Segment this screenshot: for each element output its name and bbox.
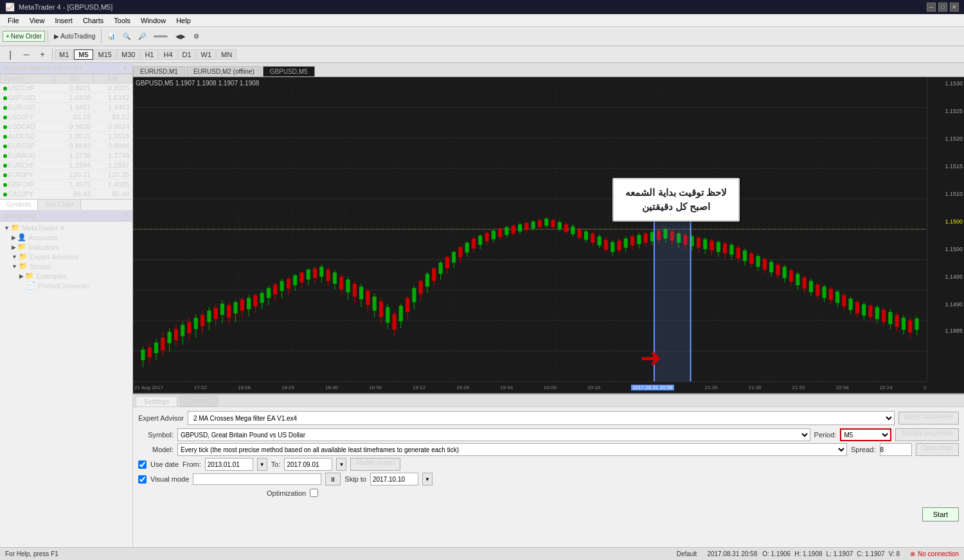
chart-toolbar-btn3[interactable]: 🔎 [135, 31, 149, 42]
visual-mode-checkbox[interactable] [138, 475, 147, 484]
price-dot [3, 173, 7, 177]
market-watch-row[interactable]: CADJPY 86.43 86.49 [1, 189, 132, 199]
model-select[interactable]: Every tick (the most precise method base… [177, 443, 847, 456]
tab-settings[interactable]: Settings [136, 396, 177, 407]
svg-rect-93 [366, 291, 370, 305]
period-mn[interactable]: MN [217, 49, 237, 60]
market-watch-row[interactable]: USDCAD 0.9620 0.9624 [1, 122, 132, 132]
hline-tool[interactable]: ─ [19, 49, 34, 60]
svg-rect-53 [233, 302, 237, 314]
chart-canvas[interactable]: GBPUSD,M5 1.1907 1.1908 1.1907 1.1908 [133, 77, 964, 393]
nav-item-expert-advisors[interactable]: ▼ 📁 Expert Advisors [9, 252, 131, 261]
optimization-checkbox[interactable] [310, 489, 318, 497]
symbol-select[interactable]: GBPUSD, Great Britain Pound vs US Dollar [177, 428, 810, 441]
minimize-button[interactable]: ─ [927, 3, 936, 12]
market-watch-row[interactable]: EURAUD 1.3736 1.3748 [1, 151, 132, 161]
menu-help[interactable]: Help [171, 16, 196, 25]
symbol-properties-button[interactable]: Symbol properties [895, 428, 959, 441]
period-w1[interactable]: W1 [197, 49, 217, 60]
market-watch-row[interactable]: EURGBP 0.8843 0.8846 [1, 141, 132, 151]
svg-rect-237 [842, 295, 846, 307]
period-m15[interactable]: M15 [94, 49, 116, 60]
to-label: To: [271, 460, 281, 468]
chart-toolbar-btn5[interactable]: ◀▶ [172, 31, 189, 42]
svg-rect-91 [359, 286, 363, 299]
menu-view[interactable]: View [24, 16, 50, 25]
menu-charts[interactable]: Charts [78, 16, 109, 25]
market-watch-row[interactable]: EURUSD 1.4451 1.4453 [1, 103, 132, 112]
to-date-picker[interactable]: ▼ [336, 458, 346, 471]
ea-dropdown[interactable]: 2 MA Crosses Mega filter EA V1.ex4 [188, 411, 895, 425]
chart-tab-gbpusdm5[interactable]: GBPUSD,M5 [263, 66, 315, 76]
use-date-checkbox[interactable] [138, 460, 147, 469]
period-select[interactable]: M5 [840, 428, 891, 441]
svg-rect-41 [194, 318, 198, 329]
chart-toolbar-btn4[interactable]: ═══ [150, 31, 170, 42]
market-watch-menu-icon[interactable]: ▼ [121, 64, 129, 72]
skip-to-picker[interactable]: ▼ [422, 473, 433, 486]
tab-tick-chart[interactable]: Tick Chart [38, 200, 80, 210]
date-row: Use date From: ▼ To: ▼ Modify expert [138, 458, 959, 471]
from-date-input[interactable] [205, 458, 253, 471]
callout-line1: لاحظ توقيت بداية الشمعه [625, 187, 727, 198]
tab-journal[interactable]: Journal [180, 396, 218, 407]
svg-rect-217 [776, 265, 780, 276]
market-watch-row[interactable]: EURJPY 120.21 120.25 [1, 170, 132, 180]
nav-item-metatrader4[interactable]: ▼ 📁 MetaTrader 4 [1, 223, 131, 232]
nav-item-scripts[interactable]: ▼ 📁 Scripts [9, 261, 131, 271]
auto-trading-button[interactable]: ▶ AutoTrading [51, 31, 98, 42]
chart-toolbar-btn2[interactable]: 🔍 [120, 31, 134, 42]
period-m5[interactable]: M5 [74, 49, 93, 60]
close-button[interactable]: ✕ [950, 3, 959, 12]
market-watch-row[interactable]: USDJPY 83.19 83.22 [1, 112, 132, 122]
red-arrow-icon: ➜ [640, 343, 662, 372]
menu-tools[interactable]: Tools [109, 16, 136, 25]
chart-tab-eurusdm1[interactable]: EURUSD,M1 [133, 66, 185, 76]
navigator-close-icon[interactable]: ✕ [123, 211, 129, 220]
nav-item-indicators[interactable]: ▶ 📁 Indicators [9, 242, 131, 252]
to-date-input[interactable] [284, 458, 332, 471]
svg-rect-87 [346, 279, 350, 292]
period-m1[interactable]: M1 [55, 49, 73, 60]
market-watch-row[interactable]: USDCHF 0.8921 0.8925 [1, 83, 132, 93]
chart-toolbar-btn1[interactable]: 📊 [104, 31, 118, 42]
crosshair-tool[interactable]: + [35, 49, 50, 60]
period-h4[interactable]: H4 [159, 49, 177, 60]
line-tool[interactable]: | [3, 49, 18, 60]
market-watch-row[interactable]: GBPCHF 1.4575 1.4585 [1, 180, 132, 189]
menu-file[interactable]: File [3, 16, 24, 25]
svg-rect-245 [868, 306, 872, 317]
period-m30[interactable]: M30 [117, 49, 139, 60]
svg-rect-43 [201, 315, 204, 326]
svg-rect-161 [591, 234, 594, 243]
market-watch-row[interactable]: EURCHF 1.2894 1.2897 [1, 161, 132, 170]
svg-rect-249 [882, 310, 886, 322]
restore-button[interactable]: □ [938, 3, 947, 12]
chart-toolbar-btn6[interactable]: ⚙ [190, 31, 202, 42]
market-watch-row[interactable]: AUDUSD 1.0515 1.0518 [1, 132, 132, 141]
menu-window[interactable]: Window [136, 16, 171, 25]
nav-item-accounts[interactable]: ▶ 👤 Accounts [9, 232, 131, 242]
tab-symbols[interactable]: Symbols [0, 200, 38, 211]
skip-to-input[interactable] [370, 473, 418, 486]
expert-properties-button[interactable]: Expert properties [898, 412, 959, 424]
svg-rect-141 [524, 223, 528, 230]
nav-item-period-converter[interactable]: 📄 PeriodConverter [17, 281, 131, 290]
price-dot [3, 106, 7, 110]
period-h1[interactable]: H1 [140, 49, 158, 60]
nav-item-examples[interactable]: ▶ 📁 Examples [17, 271, 131, 281]
chart-tab-eurusdm2[interactable]: EURUSD,M2 (offline) [186, 66, 262, 76]
modify-expert-button[interactable]: Modify expert [350, 458, 400, 471]
pause-button[interactable]: ⏸ [325, 473, 341, 486]
svg-rect-105 [406, 298, 409, 312]
market-watch-row[interactable]: GBPUSD 1.6339 1.6342 [1, 93, 132, 103]
period-d1[interactable]: D1 [178, 49, 196, 60]
from-date-picker[interactable]: ▼ [257, 458, 267, 471]
navigator-header: Navigator ✕ [0, 210, 132, 222]
start-button[interactable]: Start [922, 507, 959, 521]
spread-input[interactable] [880, 443, 912, 456]
svg-rect-83 [333, 272, 337, 284]
menu-insert[interactable]: Insert [49, 16, 78, 25]
new-order-button[interactable]: + New Order [3, 31, 45, 42]
open-chart-button[interactable]: Open chart [916, 443, 959, 456]
